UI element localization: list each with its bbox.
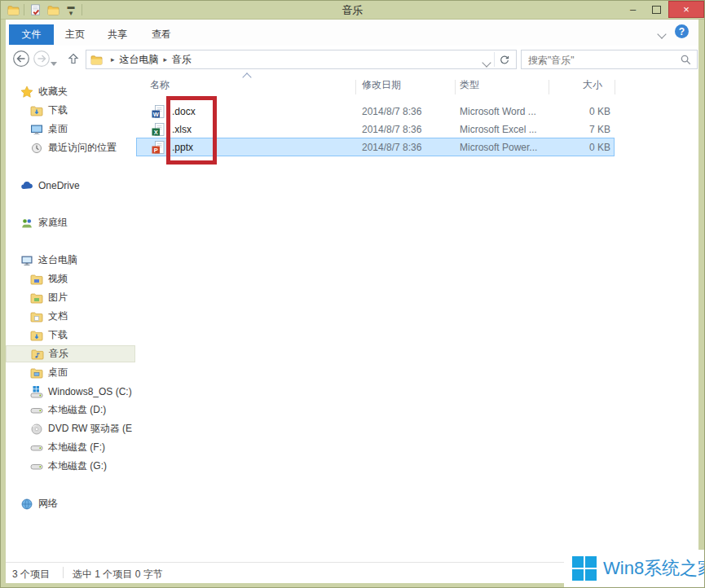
sidebar-item-drive-f[interactable]: 本地磁盘 (F:) xyxy=(6,439,158,456)
sidebar-item-label: 文档 xyxy=(48,309,68,323)
maximize-button[interactable] xyxy=(645,1,668,18)
column-divider[interactable] xyxy=(355,80,356,94)
onedrive-cloud-icon xyxy=(20,179,33,192)
recent-locations-chevron-icon[interactable] xyxy=(51,57,57,68)
address-bar[interactable]: ▸ 这台电脑 ▸ 音乐 xyxy=(86,50,517,69)
sidebar-item-label: 家庭组 xyxy=(38,216,68,230)
sidebar-item-label: 网络 xyxy=(38,497,58,511)
sidebar-item-music[interactable]: 音乐 xyxy=(6,345,135,362)
navigation-pane: 收藏夹 下载 桌面 最近访问的位置 OneDrive 家庭组 这台电脑 视频 xyxy=(6,72,135,563)
sidebar-item-drive-c[interactable]: Windows8_OS (C:) xyxy=(6,383,158,400)
network-icon xyxy=(20,498,33,511)
breadcrumb-arrow-icon: ▸ xyxy=(164,55,168,64)
item-count-label: 3 个项目 xyxy=(12,568,50,581)
titlebar: ▬▾ 音乐 – × xyxy=(1,1,704,20)
address-dropdown-chevron-icon[interactable] xyxy=(483,57,490,68)
computer-icon xyxy=(20,254,33,267)
sidebar-item-recent-places[interactable]: 最近访问的位置 xyxy=(6,139,158,156)
column-header-date[interactable]: 修改日期 xyxy=(362,78,401,92)
quick-access-toolbar: ▬▾ xyxy=(6,2,82,17)
recent-places-icon xyxy=(30,142,43,155)
sidebar-item-label: 这台电脑 xyxy=(38,253,77,267)
forward-button[interactable] xyxy=(33,50,51,68)
sidebar-item-desktop[interactable]: 桌面 xyxy=(6,121,158,138)
sidebar-item-this-pc[interactable]: 这台电脑 xyxy=(6,252,148,269)
sidebar-item-favorites[interactable]: 收藏夹 xyxy=(6,83,148,100)
sidebar-item-downloads[interactable]: 下载 xyxy=(6,102,158,119)
file-date: 2014/8/7 8:36 xyxy=(362,142,421,153)
maximize-icon xyxy=(652,6,661,14)
desktop-folder-icon xyxy=(30,366,43,380)
expand-ribbon-chevron-icon[interactable] xyxy=(659,29,666,36)
up-button[interactable] xyxy=(64,50,82,68)
column-divider[interactable] xyxy=(549,80,549,94)
properties-icon[interactable] xyxy=(28,2,42,17)
new-folder-icon[interactable] xyxy=(46,2,60,17)
customize-toolbar-chevron-icon[interactable]: ▬▾ xyxy=(64,2,78,17)
minimize-button[interactable]: – xyxy=(621,1,645,18)
search-input[interactable] xyxy=(527,52,672,68)
sidebar-item-desktop[interactable]: 桌面 xyxy=(6,364,158,381)
monitor-icon xyxy=(30,123,43,136)
music-folder-icon xyxy=(31,348,44,361)
column-divider[interactable] xyxy=(615,80,615,94)
download-folder-icon xyxy=(30,329,43,342)
toolbar-separator xyxy=(24,4,24,15)
help-icon[interactable]: ? xyxy=(675,24,689,38)
sidebar-item-dvd-drive[interactable]: DVD RW 驱动器 (E xyxy=(6,420,158,437)
sidebar-item-documents[interactable]: 文档 xyxy=(6,308,158,325)
window-frame xyxy=(698,1,704,587)
sidebar-item-label: 本地磁盘 (D:) xyxy=(48,403,106,417)
sidebar-item-onedrive[interactable]: OneDrive xyxy=(6,177,148,194)
sidebar-item-homegroup[interactable]: 家庭组 xyxy=(6,214,148,231)
file-row-xlsx[interactable]: X .xlsx 2014/8/7 8:36 Microsoft Excel ..… xyxy=(135,121,698,138)
sidebar-item-label: 下载 xyxy=(48,328,68,342)
download-folder-icon xyxy=(30,104,43,117)
close-button[interactable]: × xyxy=(668,1,704,18)
homegroup-icon xyxy=(20,217,33,230)
documents-folder-icon xyxy=(30,310,43,323)
sidebar-item-label: 下载 xyxy=(48,103,68,117)
breadcrumb-arrow-icon: ▸ xyxy=(111,55,115,64)
search-box[interactable] xyxy=(521,50,698,69)
column-header-name[interactable]: 名称 xyxy=(150,78,170,92)
drive-icon xyxy=(30,441,43,454)
column-header-size[interactable]: 大小 xyxy=(557,78,602,92)
tab-file[interactable]: 文件 xyxy=(9,24,54,45)
breadcrumb-this-pc[interactable]: 这台电脑 xyxy=(120,53,159,67)
window-controls: – × xyxy=(621,1,704,18)
sidebar-item-label: DVD RW 驱动器 (E xyxy=(48,422,132,436)
watermark: Win8系统之家 xyxy=(564,550,704,587)
column-header-type[interactable]: 类型 xyxy=(460,78,479,92)
refresh-icon[interactable] xyxy=(496,53,513,68)
sidebar-item-label: 桌面 xyxy=(48,122,68,136)
music-folder-icon[interactable] xyxy=(6,2,20,17)
file-size: 7 KB xyxy=(506,124,610,135)
sidebar-item-drive-g[interactable]: 本地磁盘 (G:) xyxy=(6,458,158,475)
dvd-drive-icon xyxy=(30,423,43,436)
sidebar-item-label: 本地磁盘 (F:) xyxy=(48,441,105,454)
file-row-docx[interactable]: W .docx 2014/8/7 8:36 Microsoft Word ...… xyxy=(135,103,698,121)
videos-folder-icon xyxy=(30,273,43,286)
tab-view[interactable]: 查看 xyxy=(144,24,178,45)
sidebar-item-label: 音乐 xyxy=(49,347,68,361)
file-list-pane: 名称 修改日期 类型 大小 W .docx 2014/8/7 8:36 Micr… xyxy=(135,72,698,563)
selection-status-label: 选中 1 个项目 0 字节 xyxy=(73,568,163,581)
explorer-window: ▬▾ 音乐 – × 文件 主页 共享 查看 ? xyxy=(0,0,705,588)
sidebar-item-network[interactable]: 网络 xyxy=(6,495,148,512)
sidebar-item-pictures[interactable]: 图片 xyxy=(6,289,158,306)
sidebar-item-downloads[interactable]: 下载 xyxy=(6,327,158,344)
breadcrumb-current[interactable]: 音乐 xyxy=(172,53,192,67)
pictures-folder-icon xyxy=(30,292,43,305)
search-icon[interactable] xyxy=(680,54,692,66)
status-separator xyxy=(63,567,64,578)
tab-home[interactable]: 主页 xyxy=(58,24,92,45)
sidebar-item-videos[interactable]: 视频 xyxy=(6,270,158,287)
tab-share[interactable]: 共享 xyxy=(100,24,134,45)
back-button[interactable] xyxy=(12,50,30,68)
sidebar-item-label: 桌面 xyxy=(48,366,68,380)
sidebar-item-drive-d[interactable]: 本地磁盘 (D:) xyxy=(6,402,158,419)
red-annotation-box xyxy=(166,96,217,165)
ribbon-tab-row: 文件 主页 共享 查看 ? xyxy=(6,19,698,46)
column-divider[interactable] xyxy=(455,80,456,94)
